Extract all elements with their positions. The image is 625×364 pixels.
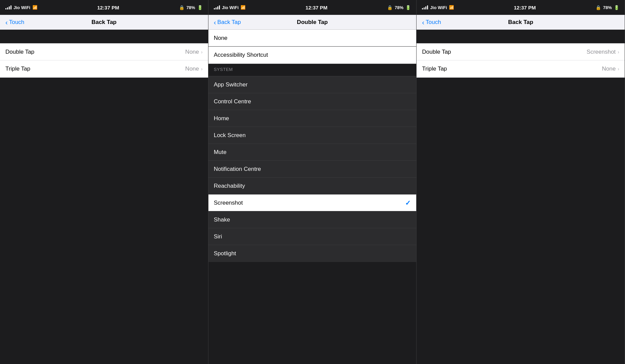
back-label-1[interactable]: Touch	[9, 19, 24, 26]
signal-icon-2	[214, 5, 220, 9]
chevron-back-icon-1: ‹	[5, 19, 8, 26]
option-app-switcher-label: App Switcher	[214, 81, 248, 88]
status-right-1: 🔒 78% 🔋	[179, 5, 203, 10]
nav-bar-1: ‹ Touch Back Tap	[0, 15, 208, 30]
back-button-2[interactable]: ‹ Back Tap	[214, 19, 241, 26]
chevron-right-icon-1b: ›	[201, 66, 203, 72]
status-right-3: 🔒 78% 🔋	[596, 5, 619, 10]
triple-tap-label-3: Triple Tap	[422, 66, 447, 72]
wifi-icon-2: 📶	[241, 5, 246, 10]
section-gap-1	[0, 30, 208, 43]
option-accessibility[interactable]: Accessibility Shortcut	[208, 47, 417, 63]
triple-tap-value-1: None ›	[185, 66, 202, 72]
time-3: 12:37 PM	[514, 5, 536, 10]
system-section-header: SYSTEM	[208, 65, 238, 74]
settings-list-1: Double Tap None › Triple Tap None ›	[0, 43, 208, 78]
nav-title-2: Double Tap	[297, 19, 328, 26]
double-tap-row-3[interactable]: Double Tap Screenshot ›	[417, 44, 625, 60]
double-tap-row-1[interactable]: Double Tap None ›	[0, 44, 208, 60]
wifi-icon-1: 📶	[32, 5, 38, 10]
option-spotlight[interactable]: Spotlight	[208, 245, 417, 262]
settings-list-3: Double Tap Screenshot › Triple Tap None …	[417, 43, 625, 78]
location-icon-2: 🔒	[387, 5, 393, 10]
option-home-label: Home	[214, 115, 229, 122]
chevron-back-icon-3: ‹	[422, 19, 424, 26]
double-tap-label-3: Double Tap	[422, 49, 451, 55]
status-bar-3: Jio WiFi 📶 12:37 PM 🔒 78% 🔋	[417, 0, 625, 15]
status-left-1: Jio WiFi 📶	[5, 5, 38, 10]
option-mute-label: Mute	[214, 149, 227, 156]
back-button-1[interactable]: ‹ Touch	[5, 19, 24, 26]
double-tap-value-1: None ›	[185, 49, 202, 55]
back-button-3[interactable]: ‹ Touch	[422, 19, 441, 26]
option-none-label: None	[214, 35, 228, 42]
triple-tap-value-text-3: None	[602, 66, 616, 72]
signal-icon-1	[5, 5, 11, 9]
option-mute[interactable]: Mute	[208, 144, 417, 161]
nav-title-3: Back Tap	[508, 19, 533, 26]
battery-percent-3: 78%	[603, 5, 612, 10]
option-control-centre[interactable]: Control Centre	[208, 93, 417, 110]
option-reachability-label: Reachability	[214, 183, 245, 189]
time-1: 12:37 PM	[97, 5, 119, 10]
chevron-back-icon-2: ‹	[214, 19, 216, 26]
option-screenshot[interactable]: Screenshot ✓	[208, 194, 417, 211]
triple-tap-value-text-1: None	[185, 66, 199, 72]
location-icon-3: 🔒	[596, 5, 601, 10]
panel-back-tap-1: Jio WiFi 📶 12:37 PM 🔒 78% 🔋 ‹ Touch Back…	[0, 0, 208, 364]
option-shake-label: Shake	[214, 216, 230, 223]
option-notification-centre[interactable]: Notification Centre	[208, 161, 417, 178]
option-spotlight-label: Spotlight	[214, 250, 236, 257]
top-options-list: None Accessibility Shortcut	[208, 30, 417, 64]
section-gap-3	[417, 30, 625, 43]
battery-icon-3: 🔋	[614, 5, 619, 10]
location-icon-1: 🔒	[179, 5, 184, 10]
system-options-list: App Switcher Control Centre Home Lock Sc…	[208, 76, 417, 262]
double-tap-value-text-3: Screenshot	[586, 49, 616, 55]
double-tap-label-1: Double Tap	[5, 49, 34, 55]
option-notification-centre-label: Notification Centre	[214, 166, 261, 173]
carrier-1: Jio WiFi	[14, 5, 30, 10]
chevron-right-icon-3a: ›	[618, 49, 619, 55]
chevron-right-icon-1a: ›	[201, 49, 203, 55]
double-tap-value-text-1: None	[185, 49, 199, 55]
option-accessibility-label: Accessibility Shortcut	[214, 52, 268, 58]
time-2: 12:37 PM	[305, 5, 327, 10]
option-shake[interactable]: Shake	[208, 211, 417, 228]
option-control-centre-label: Control Centre	[214, 98, 251, 105]
status-left-2: Jio WiFi 📶	[214, 5, 246, 10]
wifi-icon-3: 📶	[449, 5, 454, 10]
status-bar-2: Jio WiFi 📶 12:37 PM 🔒 78% 🔋	[208, 0, 417, 15]
triple-tap-label-1: Triple Tap	[5, 66, 30, 72]
triple-tap-value-3: None ›	[602, 66, 619, 72]
double-tap-value-3: Screenshot ›	[586, 49, 619, 55]
battery-percent-2: 78%	[395, 5, 403, 10]
option-app-switcher[interactable]: App Switcher	[208, 76, 417, 93]
triple-tap-row-3[interactable]: Triple Tap None ›	[417, 60, 625, 77]
carrier-3: Jio WiFi	[430, 5, 447, 10]
battery-percent-1: 78%	[186, 5, 195, 10]
status-right-2: 🔒 78% 🔋	[387, 5, 411, 10]
option-siri-label: Siri	[214, 233, 222, 240]
option-home[interactable]: Home	[208, 110, 417, 127]
chevron-right-icon-3b: ›	[618, 66, 619, 72]
checkmark-icon: ✓	[405, 199, 411, 207]
panel-back-tap-2: Jio WiFi 📶 12:37 PM 🔒 78% 🔋 ‹ Touch Back…	[417, 0, 625, 364]
nav-bar-2: ‹ Back Tap Double Tap	[208, 15, 417, 30]
option-lock-screen-label: Lock Screen	[214, 132, 246, 139]
signal-icon-3	[422, 5, 428, 9]
battery-icon-1: 🔋	[197, 5, 203, 10]
option-siri[interactable]: Siri	[208, 228, 417, 245]
status-bar-1: Jio WiFi 📶 12:37 PM 🔒 78% 🔋	[0, 0, 208, 15]
option-none[interactable]: None	[208, 30, 417, 47]
option-lock-screen[interactable]: Lock Screen	[208, 127, 417, 144]
panel-double-tap: Jio WiFi 📶 12:37 PM 🔒 78% 🔋 ‹ Back Tap D…	[208, 0, 417, 364]
triple-tap-row-1[interactable]: Triple Tap None ›	[0, 60, 208, 77]
carrier-2: Jio WiFi	[222, 5, 239, 10]
nav-title-1: Back Tap	[92, 19, 117, 26]
back-label-3[interactable]: Touch	[426, 19, 441, 26]
option-reachability[interactable]: Reachability	[208, 178, 417, 194]
nav-bar-3: ‹ Touch Back Tap	[417, 15, 625, 30]
battery-icon-2: 🔋	[405, 5, 411, 10]
back-label-2[interactable]: Back Tap	[217, 19, 241, 26]
